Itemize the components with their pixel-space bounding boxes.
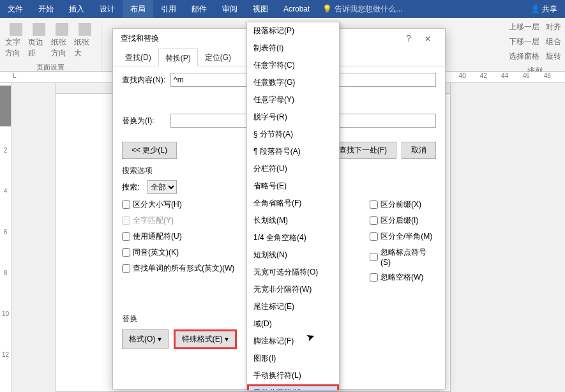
ribbon-group-page-setup: 文字方向 页边距 纸张方向 纸张大 页面设置 bbox=[0, 20, 102, 71]
lightbulb-icon: 💡 bbox=[322, 4, 332, 13]
popup-item[interactable]: 任意数字(G) bbox=[247, 74, 339, 91]
tell-me[interactable]: 💡告诉我您想做什么... bbox=[317, 0, 407, 18]
share-label: 共享 bbox=[542, 4, 557, 15]
ruler-tick bbox=[56, 72, 77, 82]
share-button[interactable]: 👤 共享 bbox=[523, 0, 565, 18]
popup-item[interactable]: 脚注标记(F) bbox=[247, 333, 339, 350]
menu-review[interactable]: 审阅 bbox=[215, 0, 245, 18]
popup-item[interactable]: 分栏符(U) bbox=[247, 160, 339, 177]
chk-sounds-like[interactable]: 同音(英文)(K) bbox=[122, 247, 248, 258]
ruler-tick: 48 bbox=[544, 72, 565, 82]
ribbon-align[interactable]: 对齐 bbox=[546, 22, 561, 33]
less-button[interactable]: << 更少(L) bbox=[122, 142, 177, 159]
popup-item[interactable]: 段落标记(P) bbox=[247, 22, 339, 40]
close-button[interactable]: ✕ bbox=[418, 33, 437, 43]
menu-layout[interactable]: 布局 bbox=[123, 0, 153, 18]
ruler-tick: 8 bbox=[0, 269, 11, 290]
ruler-tick bbox=[34, 72, 55, 82]
ruler-tick: 42 bbox=[480, 72, 501, 82]
close-icon: ✕ bbox=[425, 34, 431, 43]
chk-prefix[interactable]: 区分前缀(X) bbox=[370, 199, 436, 210]
ruler-tick: 40 bbox=[459, 72, 480, 82]
ribbon-arrange-group: 上移一层对齐 下移一层组合 选择窗格旋转 排列 bbox=[509, 20, 561, 78]
ruler-tick bbox=[0, 372, 11, 392]
popup-item[interactable]: 手动分页符(K) bbox=[247, 384, 339, 391]
chk-whole-word[interactable]: 全字匹配(Y) bbox=[122, 215, 248, 226]
format-button[interactable]: 格式(O) ▾ bbox=[122, 329, 169, 349]
popup-item[interactable]: 长划线(M) bbox=[247, 212, 339, 229]
popup-item[interactable]: 短划线(N) bbox=[247, 246, 339, 264]
ribbon-send-backward[interactable]: 下移一层 bbox=[509, 36, 539, 47]
chk-match-case[interactable]: 区分大小写(H) bbox=[122, 199, 248, 210]
cancel-button[interactable]: 取消 bbox=[402, 142, 436, 159]
chk-wildcards[interactable]: 使用通配符(U) bbox=[122, 231, 248, 242]
menu-view[interactable]: 视图 bbox=[245, 0, 276, 18]
ruler-tick: 6 bbox=[0, 229, 11, 249]
tab-find[interactable]: 查找(D) bbox=[118, 48, 158, 66]
chk-suffix[interactable]: 区分后缀(I) bbox=[370, 215, 436, 226]
menu-references[interactable]: 引用 bbox=[153, 0, 184, 18]
menu-mailings[interactable]: 邮件 bbox=[184, 0, 215, 18]
menu-acrobat[interactable]: Acrobat bbox=[276, 0, 317, 18]
ruler-tick bbox=[0, 290, 11, 310]
ribbon-selection-pane[interactable]: 选择窗格 bbox=[509, 51, 539, 62]
orientation-icon bbox=[56, 23, 68, 36]
ruler-tick: 12 bbox=[0, 351, 11, 372]
chk-full-half[interactable]: 区分全/半角(M) bbox=[370, 231, 436, 242]
popup-item[interactable]: 制表符(I) bbox=[247, 40, 339, 57]
ruler-tick bbox=[0, 86, 11, 106]
chk-all-forms[interactable]: 查找单词的所有形式(英文)(W) bbox=[122, 263, 248, 274]
ruler-tick: 46 bbox=[522, 72, 543, 82]
popup-item[interactable]: 尾注标记(E) bbox=[247, 298, 339, 315]
popup-item[interactable]: 任意字符(C) bbox=[247, 57, 339, 74]
popup-item[interactable]: 域(D) bbox=[247, 315, 339, 333]
find-label: 查找内容(N): bbox=[122, 75, 170, 86]
ribbon-group-objects[interactable]: 组合 bbox=[546, 36, 561, 47]
tab-goto[interactable]: 定位(G) bbox=[198, 48, 238, 66]
text-direction-icon bbox=[10, 23, 22, 36]
tell-me-text: 告诉我您想做什么... bbox=[335, 4, 402, 15]
chk-ignore-space[interactable]: 忽略空格(W) bbox=[370, 272, 436, 283]
ruler-tick: L bbox=[13, 72, 34, 82]
popup-item[interactable]: 1/4 全角空格(4) bbox=[247, 229, 339, 246]
ruler-tick bbox=[0, 167, 11, 188]
popup-item[interactable]: 无宽可选分隔符(O) bbox=[247, 264, 339, 281]
chk-ignore-punct[interactable]: 忽略标点符号(S) bbox=[370, 247, 436, 267]
menu-home[interactable]: 开始 bbox=[31, 0, 61, 18]
ruler-tick: 2 bbox=[0, 147, 11, 167]
ribbon-orientation[interactable]: 纸张方向 bbox=[51, 23, 73, 59]
ruler-tick: 10 bbox=[0, 310, 11, 331]
popup-item[interactable]: 省略号(E) bbox=[247, 177, 339, 195]
menu-insert[interactable]: 插入 bbox=[61, 0, 92, 18]
tab-replace[interactable]: 替换(P) bbox=[158, 49, 198, 66]
popup-item[interactable]: 任意字母(Y) bbox=[247, 91, 339, 109]
ruler-tick bbox=[0, 106, 11, 126]
popup-item[interactable]: 无宽非分隔符(W) bbox=[247, 281, 339, 298]
ruler-vertical[interactable]: 24681012 bbox=[0, 83, 11, 392]
ruler-tick: 44 bbox=[501, 72, 522, 82]
ruler-tick: 4 bbox=[0, 188, 11, 208]
ribbon-rotate[interactable]: 旋转 bbox=[546, 51, 561, 62]
search-direction-select[interactable]: 全部 bbox=[147, 180, 177, 194]
menu-file[interactable]: 文件 bbox=[0, 0, 31, 18]
popup-item[interactable]: ¶ 段落符号(A) bbox=[247, 143, 339, 160]
popup-item[interactable]: 手动换行符(L) bbox=[247, 367, 339, 384]
ribbon-paper-size[interactable]: 纸张大 bbox=[74, 23, 96, 59]
share-icon: 👤 bbox=[531, 4, 540, 13]
menu-design[interactable]: 设计 bbox=[92, 0, 123, 18]
ribbon-label: 文字方向 bbox=[5, 37, 27, 59]
ribbon-label: 页边距 bbox=[28, 37, 50, 59]
popup-item[interactable]: 脱字号(R) bbox=[247, 109, 339, 126]
popup-item[interactable]: 图形(I) bbox=[247, 350, 339, 367]
popup-item[interactable]: § 分节符(A) bbox=[247, 126, 339, 143]
ruler-tick bbox=[0, 126, 11, 147]
ribbon-text-direction[interactable]: 文字方向 bbox=[5, 23, 27, 59]
ribbon-margins[interactable]: 页边距 bbox=[28, 23, 50, 59]
special-format-button[interactable]: 特殊格式(E) ▾ bbox=[174, 329, 237, 349]
search-direction-label: 搜索: bbox=[122, 182, 147, 193]
help-button[interactable]: ? bbox=[399, 33, 418, 43]
ribbon-bring-forward[interactable]: 上移一层 bbox=[509, 22, 539, 33]
popup-item[interactable]: 全角省略号(F) bbox=[247, 195, 339, 212]
menu-bar: 文件 开始 插入 设计 布局 引用 邮件 审阅 视图 Acrobat 💡告诉我您… bbox=[0, 0, 565, 18]
replace-label: 替换为(I): bbox=[122, 116, 170, 126]
